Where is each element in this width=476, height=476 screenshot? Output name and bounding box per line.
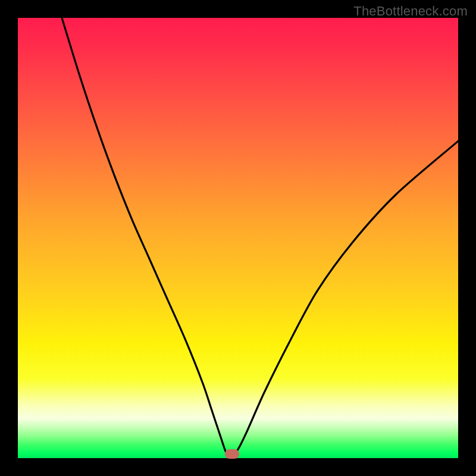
bottleneck-chart: TheBottleneck.com xyxy=(0,0,476,476)
chart-gradient-background xyxy=(18,18,458,458)
watermark-text: TheBottleneck.com xyxy=(353,4,468,19)
